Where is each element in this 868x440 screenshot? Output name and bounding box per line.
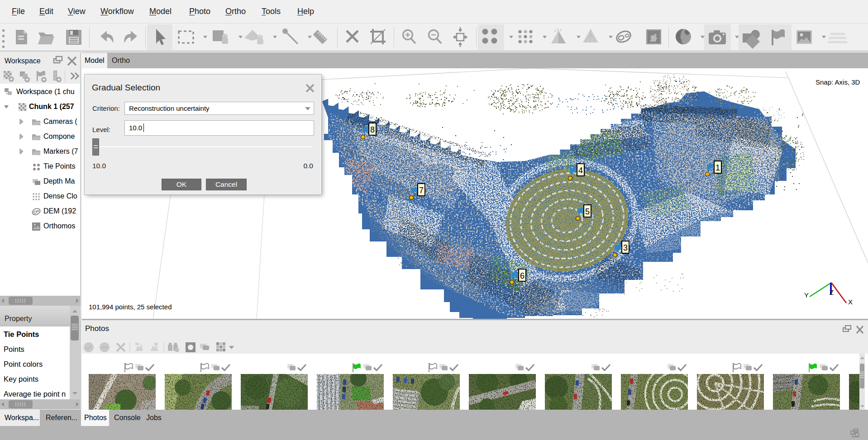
svg-text:4: 4	[578, 166, 583, 175]
svg-text:X: X	[848, 298, 853, 306]
svg-text:Y: Y	[804, 291, 809, 299]
svg-text:7: 7	[419, 186, 424, 195]
svg-text:Z: Z	[830, 289, 834, 296]
svg-text:6: 6	[520, 271, 525, 280]
svg-text:1: 1	[715, 163, 720, 172]
svg-text:5: 5	[585, 207, 590, 216]
svg-text:8: 8	[370, 125, 375, 134]
svg-text:3: 3	[623, 243, 628, 252]
